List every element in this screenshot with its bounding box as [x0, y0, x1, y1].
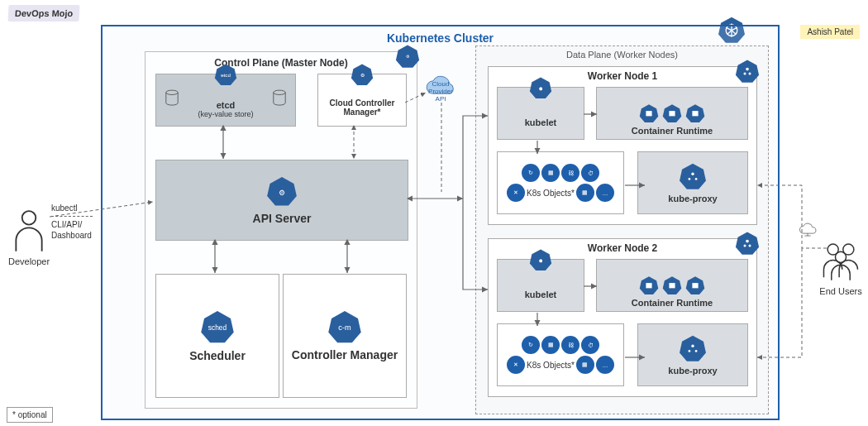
deploy-icon: ↻	[522, 336, 540, 354]
svg-point-23	[746, 68, 749, 71]
svg-text:⚙: ⚙	[360, 72, 365, 78]
scheduler-icon: sched	[200, 309, 235, 344]
svg-text:⬢: ⬢	[539, 86, 542, 91]
svg-rect-45	[646, 283, 651, 288]
etcd-icon: etcd	[214, 63, 237, 86]
etcd-label: etcd	[217, 100, 236, 110]
objects-label: K8s Objects*	[527, 189, 575, 198]
cm-label: Controller Manager	[292, 349, 398, 361]
svg-point-52	[689, 350, 691, 352]
svg-point-41	[749, 245, 751, 247]
kubelet-icon: ⬢	[529, 248, 552, 271]
svg-rect-47	[669, 283, 675, 288]
kubelet-box: ⬢ kubelet	[497, 87, 584, 140]
control-plane-container: Control Plane (Master Node) ⚙ etcd etcd …	[145, 51, 417, 409]
cm-icon: c-m	[327, 309, 362, 344]
svg-point-25	[749, 73, 751, 75]
author-name-badge: Ashish Patel	[800, 25, 860, 39]
worker-node-1: Worker Node 1 ⬢ kubelet Container Runtim…	[488, 66, 757, 225]
pod-icon	[639, 103, 659, 123]
controller-manager-box: c-m Controller Manager	[283, 274, 407, 398]
cloud-provider-api: Cloud Provider API	[422, 73, 460, 123]
etcd-box: etcd etcd (key-value store)	[155, 74, 296, 127]
runtime-label: Container Runtime	[632, 298, 713, 308]
kubelet-box: ⬢ kubelet	[497, 259, 584, 312]
deploy-icon: ↻	[522, 164, 540, 182]
svg-point-35	[691, 173, 694, 175]
api-label: API Server	[253, 212, 312, 225]
ds-icon: ⛓	[561, 164, 579, 182]
svg-point-13	[274, 90, 285, 94]
svg-point-51	[691, 345, 694, 347]
end-users-label: End Users	[818, 286, 864, 296]
rc-icon: ▦	[541, 336, 560, 354]
scheduler-label: Scheduler	[189, 349, 246, 362]
ccm-label: Cloud Controller Manager*	[318, 98, 406, 117]
api-icon: ⚙	[266, 175, 298, 207]
proxy-label: kube-proxy	[668, 194, 717, 203]
control-plane-badge-icon: ⚙	[395, 44, 420, 69]
etcd-sublabel: (key-value store)	[198, 110, 253, 118]
optional-footnote: * optional	[7, 407, 53, 423]
node-badge-icon	[735, 59, 760, 84]
kube-proxy-box: kube-proxy	[637, 323, 748, 386]
job-icon: ▦	[576, 184, 594, 202]
pod-icon	[639, 275, 659, 295]
svg-marker-50	[680, 336, 706, 361]
svg-point-39	[746, 240, 749, 243]
svg-point-37	[695, 178, 698, 180]
scheduler-box: sched Scheduler	[155, 274, 279, 398]
svg-point-12	[166, 90, 178, 94]
cloud-controller-manager-box: ⚙ Cloud Controller Manager*	[317, 74, 407, 127]
svg-point-24	[744, 73, 746, 75]
svg-point-36	[689, 178, 691, 180]
ccm-icon: ⚙	[351, 63, 374, 86]
cronjob-icon: ⏱	[581, 164, 599, 182]
developer-connection-labels: kubectl CLI/API/ Dashboard	[51, 203, 93, 241]
svg-point-54	[22, 211, 36, 225]
svg-text:sched: sched	[208, 323, 227, 332]
more-icon: …	[596, 356, 614, 374]
svg-text:⚙: ⚙	[279, 189, 285, 197]
svc-icon: ✕	[507, 356, 525, 374]
cronjob-icon: ⏱	[581, 336, 599, 354]
pod-icon	[662, 275, 682, 295]
kube-proxy-icon	[679, 162, 707, 190]
ds-icon: ⛓	[561, 336, 579, 354]
developer-label: Developer	[8, 256, 50, 266]
pod-icon	[685, 103, 705, 123]
pod-icon	[662, 103, 682, 123]
svg-text:c-m: c-m	[338, 323, 351, 332]
data-plane-container: Data Plane (Worker Nodes) Worker Node 1 …	[475, 45, 769, 414]
svg-marker-34	[680, 164, 706, 189]
svg-rect-33	[692, 111, 698, 116]
svg-point-40	[744, 245, 746, 247]
kubelet-label: kubelet	[525, 290, 557, 299]
svg-text:etcd: etcd	[221, 72, 231, 78]
svg-point-53	[695, 350, 698, 352]
database-icon	[272, 89, 287, 108]
cluster-title: Kubernetes Cluster	[387, 31, 494, 45]
k8s-objects-box: ↻ ▦ ⛓ ⏱ ✕ K8s Objects* ▦ …	[497, 151, 624, 214]
svg-text:⬢: ⬢	[539, 258, 542, 263]
runtime-label: Container Runtime	[632, 126, 713, 136]
database-icon	[165, 89, 179, 108]
kubelet-label: kubelet	[525, 117, 557, 127]
svg-rect-29	[646, 111, 651, 116]
developer-actor: Developer	[8, 208, 50, 266]
kubelet-icon: ⬢	[529, 76, 552, 99]
pod-icon	[685, 275, 705, 295]
kube-proxy-box: kube-proxy	[637, 151, 748, 214]
svg-marker-22	[736, 60, 759, 83]
job-icon: ▦	[576, 356, 594, 374]
svg-rect-49	[692, 283, 698, 288]
worker-node-2: Worker Node 2 ⬢ kubelet Container Runtim…	[488, 238, 757, 397]
api-server-box: ⚙ API Server	[155, 160, 408, 241]
rc-icon: ▦	[541, 164, 560, 182]
internet-cloud-icon	[799, 222, 817, 238]
svg-rect-31	[669, 111, 675, 116]
devops-mojo-logo: DevOps Mojo	[7, 5, 79, 22]
end-users-actor: End Users	[818, 240, 864, 296]
objects-label: K8s Objects*	[527, 361, 575, 370]
proxy-label: kube-proxy	[668, 366, 717, 376]
